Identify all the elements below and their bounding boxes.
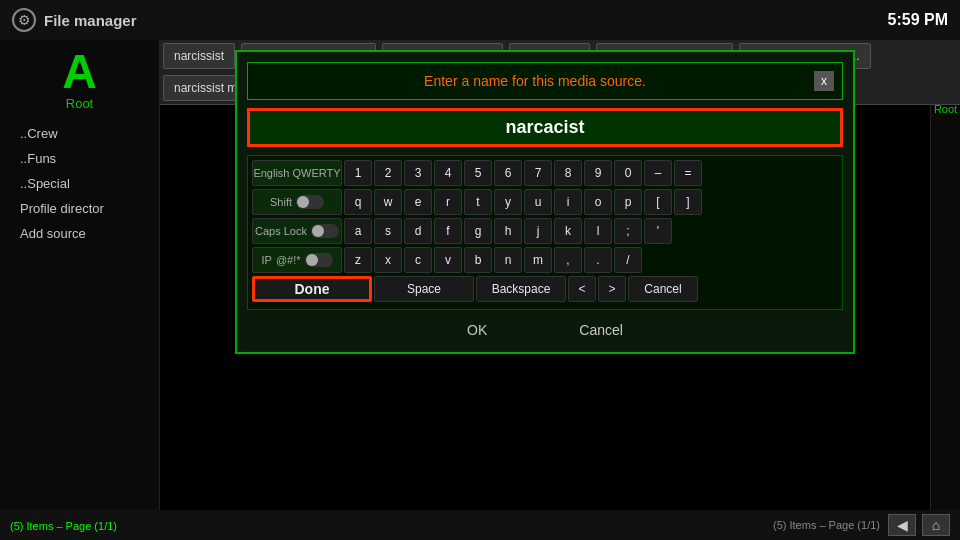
gear-icon: ⚙: [12, 8, 36, 32]
kb-key-j[interactable]: j: [524, 218, 552, 244]
kb-key-6[interactable]: 6: [494, 160, 522, 186]
kb-caps-label: Caps Lock: [252, 218, 342, 244]
kb-shift-label: Shift: [252, 189, 342, 215]
kb-key-semicolon[interactable]: ;: [614, 218, 642, 244]
footer-right-text: (5) Items – Page (1/1): [773, 519, 880, 531]
kb-key-equals[interactable]: =: [674, 160, 702, 186]
sidebar-left-letter: A: [0, 40, 159, 96]
kb-key-u[interactable]: u: [524, 189, 552, 215]
kb-shift-text: Shift: [270, 196, 292, 208]
kb-row-bottom: Done Space Backspace < > Cancel: [252, 276, 838, 302]
kb-key-comma[interactable]: ,: [554, 247, 582, 273]
dialog: Enter a name for this media source. x na…: [235, 50, 855, 354]
kb-key-z[interactable]: z: [344, 247, 372, 273]
kb-key-lbracket[interactable]: [: [644, 189, 672, 215]
input-value: narcacist: [505, 117, 584, 137]
kb-key-b[interactable]: b: [464, 247, 492, 273]
nav-home-button[interactable]: ⌂: [922, 514, 950, 536]
keyboard-cancel-button[interactable]: Cancel: [628, 276, 698, 302]
media-source-name-input[interactable]: narcacist: [247, 108, 843, 147]
kb-key-e[interactable]: e: [404, 189, 432, 215]
kb-key-7[interactable]: 7: [524, 160, 552, 186]
kb-key-w[interactable]: w: [374, 189, 402, 215]
dialog-close-button[interactable]: x: [814, 71, 834, 91]
kb-key-q[interactable]: q: [344, 189, 372, 215]
clock: 5:59 PM: [888, 11, 948, 29]
sidebar-item-profile[interactable]: Profile director: [0, 196, 159, 221]
ip-toggle[interactable]: [305, 253, 333, 267]
kb-key-p[interactable]: p: [614, 189, 642, 215]
backspace-button[interactable]: Backspace: [476, 276, 566, 302]
kb-key-k[interactable]: k: [554, 218, 582, 244]
header-left: ⚙ File manager: [12, 8, 137, 32]
cursor-right-button[interactable]: >: [598, 276, 626, 302]
kb-key-y[interactable]: y: [494, 189, 522, 215]
kb-key-v[interactable]: v: [434, 247, 462, 273]
kb-ip-text: IP: [261, 254, 271, 266]
cursor-left-button[interactable]: <: [568, 276, 596, 302]
kb-key-r[interactable]: r: [434, 189, 462, 215]
kb-row-numbers: English QWERTY 1 2 3 4 5 6 7 8 9 0 – =: [252, 160, 838, 186]
kb-row-qwerty: Shift q w e r t y u i o p [ ]: [252, 189, 838, 215]
kb-key-8[interactable]: 8: [554, 160, 582, 186]
kb-key-0[interactable]: 0: [614, 160, 642, 186]
kb-key-x[interactable]: x: [374, 247, 402, 273]
kb-row-zxcv: IP @#!* z x c v b n m , . /: [252, 247, 838, 273]
kb-key-m[interactable]: m: [524, 247, 552, 273]
kb-key-period[interactable]: .: [584, 247, 612, 273]
kb-key-i[interactable]: i: [554, 189, 582, 215]
kb-row-asdf: Caps Lock a s d f g h j k l ; ': [252, 218, 838, 244]
caps-toggle[interactable]: [311, 224, 339, 238]
kb-ip-label: IP @#!*: [252, 247, 342, 273]
shift-toggle[interactable]: [296, 195, 324, 209]
dialog-prompt-bar: Enter a name for this media source. x: [247, 62, 843, 100]
kb-key-4[interactable]: 4: [434, 160, 462, 186]
footer-left-text: (5) Items – Page (1/1): [10, 520, 117, 532]
kb-key-d[interactable]: d: [404, 218, 432, 244]
kb-key-f[interactable]: f: [434, 218, 462, 244]
sidebar-item-funs[interactable]: ..Funs: [0, 146, 159, 171]
kb-key-c[interactable]: c: [404, 247, 432, 273]
sidebar-left-root: Root: [0, 96, 159, 111]
ip-switch[interactable]: [305, 253, 333, 267]
on-screen-keyboard: English QWERTY 1 2 3 4 5 6 7 8 9 0 – = S…: [247, 155, 843, 310]
done-button[interactable]: Done: [252, 276, 372, 302]
shift-switch[interactable]: [296, 195, 324, 209]
space-button[interactable]: Space: [374, 276, 474, 302]
kb-key-l[interactable]: l: [584, 218, 612, 244]
kb-key-h[interactable]: h: [494, 218, 522, 244]
kb-key-s[interactable]: s: [374, 218, 402, 244]
ok-button[interactable]: OK: [451, 318, 503, 342]
kb-caps-text: Caps Lock: [255, 225, 307, 237]
kb-key-dash[interactable]: –: [644, 160, 672, 186]
cancel-button[interactable]: Cancel: [563, 318, 639, 342]
app-title: File manager: [44, 12, 137, 29]
add-source-button[interactable]: Add source: [0, 221, 159, 246]
kb-key-a[interactable]: a: [344, 218, 372, 244]
kb-key-1[interactable]: 1: [344, 160, 372, 186]
sidebar-item-special[interactable]: ..Special: [0, 171, 159, 196]
sidebar-item-crew[interactable]: ..Crew: [0, 121, 159, 146]
dialog-prompt-text: Enter a name for this media source.: [256, 73, 814, 89]
footer-left: (5) Items – Page (1/1): [10, 516, 117, 534]
kb-key-slash[interactable]: /: [614, 247, 642, 273]
kb-key-rbracket[interactable]: ]: [674, 189, 702, 215]
kb-key-5[interactable]: 5: [464, 160, 492, 186]
kb-key-quote[interactable]: ': [644, 218, 672, 244]
caps-switch[interactable]: [311, 224, 339, 238]
footer-right-group: (5) Items – Page (1/1) ◀ ⌂: [773, 514, 950, 536]
kb-key-3[interactable]: 3: [404, 160, 432, 186]
kb-key-g[interactable]: g: [464, 218, 492, 244]
sidebar-right: B Root: [930, 40, 960, 510]
kb-layout-label: English QWERTY: [252, 160, 342, 186]
kb-key-n[interactable]: n: [494, 247, 522, 273]
footer-nav: ◀ ⌂: [888, 514, 950, 536]
sidebar-left: A Root ..Crew ..Funs ..Special Profile d…: [0, 40, 160, 510]
dialog-overlay: Enter a name for this media source. x na…: [160, 40, 930, 510]
kb-key-t[interactable]: t: [464, 189, 492, 215]
nav-back-button[interactable]: ◀: [888, 514, 916, 536]
kb-key-o[interactable]: o: [584, 189, 612, 215]
kb-key-9[interactable]: 9: [584, 160, 612, 186]
kb-key-2[interactable]: 2: [374, 160, 402, 186]
footer: (5) Items – Page (1/1) (5) Items – Page …: [0, 510, 960, 540]
